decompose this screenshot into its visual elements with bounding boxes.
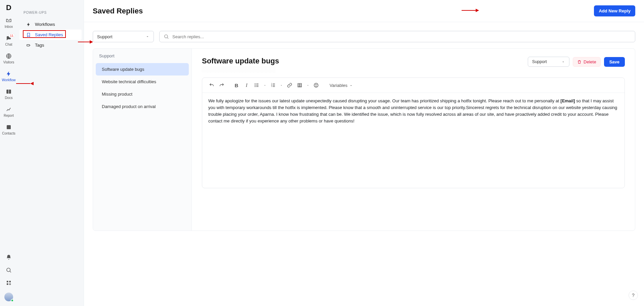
tag-icon <box>26 43 32 48</box>
svg-point-7 <box>165 35 168 38</box>
variables-label: Variables <box>330 83 347 88</box>
reply-item[interactable]: Damaged product on arrival <box>96 100 189 113</box>
sidebar-item-tags[interactable]: Tags <box>19 40 82 50</box>
chart-icon <box>6 106 12 112</box>
nav-contacts[interactable]: Contacts <box>0 121 17 138</box>
svg-point-8 <box>255 84 255 84</box>
sidebar-item-label: Tags <box>35 43 44 48</box>
category-select[interactable]: Support <box>93 31 154 42</box>
contacts-icon <box>6 124 12 130</box>
nav-label: Docs <box>5 96 13 100</box>
emoji-button[interactable] <box>311 81 321 90</box>
svg-point-16 <box>315 85 315 85</box>
italic-button[interactable]: I <box>242 81 251 90</box>
nav-label: Visitors <box>3 60 14 64</box>
sidebar-item-label: Workflows <box>35 22 55 27</box>
reply-category-header: Support <box>93 49 191 63</box>
body-text: We fully apologize for the issues our la… <box>208 98 560 103</box>
add-new-reply-button[interactable]: Add New Reply <box>594 5 635 16</box>
page-title: Saved Replies <box>93 7 143 15</box>
reply-item[interactable]: Website technical difficulties <box>96 75 189 88</box>
body-email-token: [Email] <box>560 98 575 103</box>
link-button[interactable] <box>285 81 294 90</box>
reply-item-label: Missing product <box>102 92 132 97</box>
nav-workflow[interactable]: Workflow <box>0 67 17 85</box>
bolt-icon <box>6 71 12 77</box>
nav-chat[interactable]: 11 Chat <box>0 32 17 49</box>
help-button[interactable]: ? <box>629 291 638 300</box>
ordered-list-button[interactable]: 123 <box>268 81 278 90</box>
nav-label: Workflow <box>2 78 16 82</box>
bolt-icon <box>26 22 32 27</box>
apps-icon[interactable] <box>6 280 12 286</box>
presence-dot <box>11 299 14 302</box>
svg-point-9 <box>255 85 255 85</box>
sidebar-header: POWER-UPS <box>17 11 84 19</box>
svg-point-2 <box>7 268 10 272</box>
save-button[interactable]: Save <box>604 57 625 67</box>
nav-label: Contacts <box>2 132 15 135</box>
category-select-value: Support <box>97 34 113 39</box>
svg-point-17 <box>316 85 317 85</box>
chevron-down-icon[interactable] <box>278 84 284 87</box>
chat-icon: 11 <box>6 35 12 41</box>
table-button[interactable] <box>295 81 304 90</box>
chat-badge: 11 <box>8 33 15 38</box>
sidebar-item-workflows[interactable]: Workflows <box>19 19 82 30</box>
redo-button[interactable] <box>217 81 226 90</box>
undo-button[interactable] <box>207 81 216 90</box>
nav-report[interactable]: Report <box>0 103 17 120</box>
search-input[interactable] <box>172 34 631 39</box>
delete-button[interactable]: Delete <box>573 57 601 67</box>
search-icon <box>164 34 169 39</box>
chevron-down-icon[interactable] <box>262 84 268 87</box>
delete-label: Delete <box>584 59 596 64</box>
bold-button[interactable]: B <box>232 81 241 90</box>
bell-icon[interactable] <box>6 254 12 260</box>
avatar[interactable] <box>4 293 13 301</box>
nav-inbox[interactable]: Inbox <box>0 14 17 31</box>
sidebar-item-saved-replies[interactable]: Saved Replies <box>19 30 82 40</box>
chevron-down-icon <box>145 35 149 39</box>
book-icon <box>6 89 12 95</box>
nav-label: Inbox <box>5 25 13 29</box>
nav-docs[interactable]: Docs <box>0 85 17 102</box>
editor-category-select[interactable]: Support <box>528 57 569 67</box>
search-input-wrap[interactable] <box>159 31 635 42</box>
svg-text:3: 3 <box>271 86 272 87</box>
editor-shortcut-placeholder <box>202 66 276 73</box>
reply-item-label: Damaged product on arrival <box>102 104 156 109</box>
editor-title: Software update bugs <box>202 57 279 65</box>
svg-rect-1 <box>7 125 11 129</box>
svg-point-15 <box>314 83 318 87</box>
svg-point-10 <box>255 86 255 87</box>
svg-rect-6 <box>27 44 30 46</box>
svg-rect-3 <box>7 281 8 283</box>
variables-dropdown[interactable]: Variables <box>330 83 353 88</box>
nav-visitors[interactable]: Visitors <box>0 50 17 67</box>
reply-item[interactable]: Missing product <box>96 88 189 100</box>
nav-label: Chat <box>5 43 12 46</box>
chevron-down-icon[interactable] <box>305 84 311 87</box>
globe-icon <box>6 53 12 59</box>
app-logo[interactable]: D <box>6 3 11 12</box>
nav-label: Report <box>4 114 14 117</box>
editor-category-value: Support <box>532 59 547 64</box>
sidebar-item-label: Saved Replies <box>35 32 63 37</box>
reply-item-label: Software update bugs <box>102 67 144 72</box>
tray-icon <box>6 17 12 23</box>
editor-body[interactable]: We fully apologize for the issues our la… <box>202 93 625 130</box>
unordered-list-button[interactable] <box>252 81 261 90</box>
reply-item[interactable]: Software update bugs <box>96 63 189 75</box>
svg-rect-4 <box>9 281 11 283</box>
svg-rect-5 <box>7 284 8 285</box>
bookmark-icon <box>26 33 32 37</box>
search-icon[interactable] <box>6 267 12 273</box>
chevron-down-icon <box>561 60 565 64</box>
trash-icon <box>577 60 582 64</box>
reply-item-label: Website technical difficulties <box>102 79 156 84</box>
